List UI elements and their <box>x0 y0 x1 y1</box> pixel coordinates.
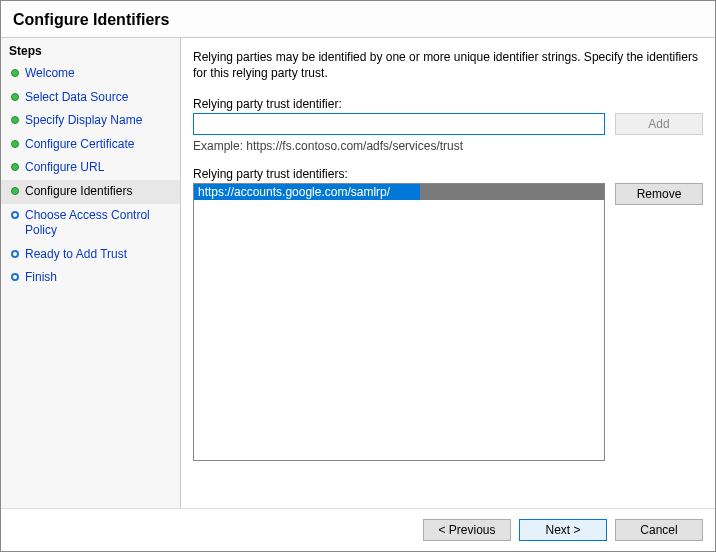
content-pane: Relying parties may be identified by one… <box>181 38 715 508</box>
previous-button[interactable]: < Previous <box>423 519 511 541</box>
step-bullet-icon <box>11 211 19 219</box>
add-button[interactable]: Add <box>615 113 703 135</box>
step-label: Configure URL <box>25 160 104 176</box>
example-text: Example: https://fs.contoso.com/adfs/ser… <box>193 139 703 153</box>
step-bullet-icon <box>11 93 19 101</box>
step-bullet-icon <box>11 273 19 281</box>
next-button[interactable]: Next > <box>519 519 607 541</box>
identifier-input[interactable] <box>193 113 605 135</box>
step-label: Specify Display Name <box>25 113 142 129</box>
identifier-listbox[interactable]: https://accounts.google.com/samlrp/ <box>193 183 605 461</box>
step-label: Configure Certificate <box>25 137 134 153</box>
steps-sidebar: Steps WelcomeSelect Data SourceSpecify D… <box>1 38 181 508</box>
step-item-3[interactable]: Configure Certificate <box>1 133 180 157</box>
cancel-button[interactable]: Cancel <box>615 519 703 541</box>
list-item-text: https://accounts.google.com/samlrp/ <box>198 185 390 199</box>
step-label: Select Data Source <box>25 90 128 106</box>
steps-header: Steps <box>1 42 180 62</box>
list-item[interactable]: https://accounts.google.com/samlrp/ <box>194 184 604 200</box>
step-label: Choose Access Control Policy <box>25 208 172 239</box>
wizard-body: Steps WelcomeSelect Data SourceSpecify D… <box>1 38 715 508</box>
step-label: Welcome <box>25 66 75 82</box>
identifier-label: Relying party trust identifier: <box>193 97 703 111</box>
step-label: Ready to Add Trust <box>25 247 127 263</box>
step-item-8[interactable]: Finish <box>1 266 180 290</box>
step-bullet-icon <box>11 187 19 195</box>
step-item-4[interactable]: Configure URL <box>1 156 180 180</box>
wizard-window: Configure Identifiers Steps WelcomeSelec… <box>0 0 716 552</box>
step-item-2[interactable]: Specify Display Name <box>1 109 180 133</box>
step-item-7[interactable]: Ready to Add Trust <box>1 243 180 267</box>
intro-text: Relying parties may be identified by one… <box>193 50 703 81</box>
identifier-list-label: Relying party trust identifiers: <box>193 167 703 181</box>
wizard-footer: < Previous Next > Cancel <box>1 508 715 551</box>
step-bullet-icon <box>11 163 19 171</box>
remove-button[interactable]: Remove <box>615 183 703 205</box>
step-item-6[interactable]: Choose Access Control Policy <box>1 204 180 243</box>
page-title: Configure Identifiers <box>1 1 715 38</box>
step-label: Configure Identifiers <box>25 184 132 200</box>
step-bullet-icon <box>11 250 19 258</box>
step-item-1[interactable]: Select Data Source <box>1 86 180 110</box>
step-bullet-icon <box>11 69 19 77</box>
identifier-input-row: Add <box>193 113 703 135</box>
step-label: Finish <box>25 270 57 286</box>
step-bullet-icon <box>11 116 19 124</box>
identifier-list-row: https://accounts.google.com/samlrp/ Remo… <box>193 183 703 498</box>
step-bullet-icon <box>11 140 19 148</box>
step-item-0[interactable]: Welcome <box>1 62 180 86</box>
step-item-5[interactable]: Configure Identifiers <box>1 180 180 204</box>
